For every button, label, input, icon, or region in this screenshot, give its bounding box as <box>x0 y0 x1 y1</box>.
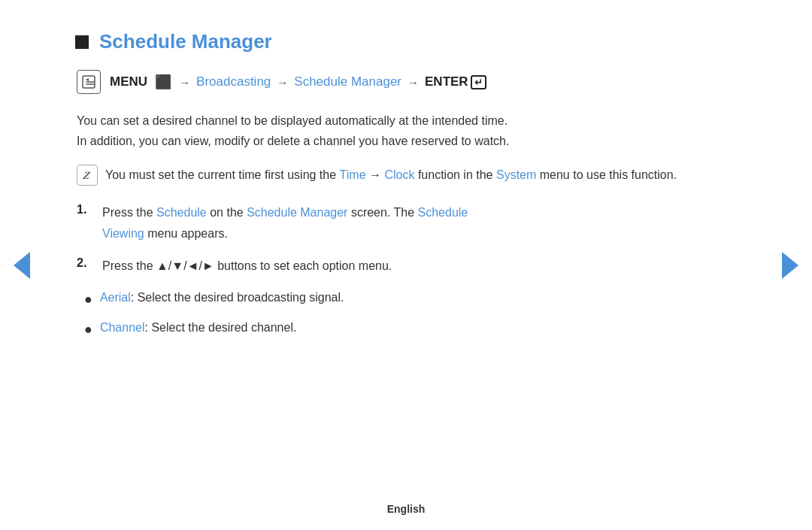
broadcasting-link: Broadcasting <box>196 74 271 89</box>
schedule-manager-step-link: Schedule Manager <box>247 206 347 219</box>
step-2-number: 2. <box>77 256 95 270</box>
steps-section: 1. Press the Schedule on the Schedule Ma… <box>75 202 737 340</box>
time-link: Time <box>340 168 366 181</box>
schedule-manager-link: Schedule Manager <box>294 74 401 89</box>
list-item: ● Aerial: Select the desired broadcastin… <box>84 288 737 310</box>
step-2-text: Press the ▲/▼/◄/► buttons to set each op… <box>102 256 392 276</box>
language-label: English <box>387 503 426 515</box>
system-link: System <box>496 168 536 181</box>
note-text: You must set the current time first usin… <box>105 165 677 185</box>
note-row: 𝒁 You must set the current time first us… <box>75 165 737 186</box>
page-content: Schedule Manager MENU ⬛ → Broadcasting →… <box>0 0 812 378</box>
list-item: ● Channel: Select the desired channel. <box>84 318 737 341</box>
arrow2: → <box>277 76 288 89</box>
description-text: You can set a desired channel to be disp… <box>75 111 737 151</box>
next-page-arrow[interactable] <box>782 252 798 279</box>
channel-link: Channel <box>100 321 145 334</box>
step-1: 1. Press the Schedule on the Schedule Ma… <box>77 202 737 243</box>
bullet-2-text: Channel: Select the desired channel. <box>100 318 297 338</box>
note-icon: 𝒁 <box>77 165 98 186</box>
arrow3: → <box>408 76 419 89</box>
clock-link: Clock <box>384 168 414 181</box>
enter-icon: ↵ <box>471 75 486 89</box>
previous-page-arrow[interactable] <box>14 252 30 279</box>
title-row: Schedule Manager <box>75 30 737 53</box>
arrow1: → <box>179 76 190 89</box>
menu-path: MENU ⬛ → Broadcasting → Schedule Manager… <box>75 70 737 94</box>
menu-icon <box>77 70 101 94</box>
schedule-link: Schedule <box>156 206 207 219</box>
square-icon <box>75 35 89 49</box>
step-1-number: 1. <box>77 202 95 217</box>
bullet-dot-1: ● <box>84 289 92 310</box>
page-title: Schedule Manager <box>99 30 272 53</box>
step-2: 2. Press the ▲/▼/◄/► buttons to set each… <box>77 256 737 276</box>
enter-label: ENTER↵ <box>425 74 486 89</box>
bullet-list: ● Aerial: Select the desired broadcastin… <box>77 288 737 341</box>
bullet-1-text: Aerial: Select the desired broadcasting … <box>100 288 344 307</box>
aerial-link: Aerial <box>100 291 131 304</box>
bullet-dot-2: ● <box>84 319 92 341</box>
menu-label: MENU <box>110 74 147 89</box>
footer: English <box>0 503 812 515</box>
svg-text:𝒁: 𝒁 <box>82 169 91 181</box>
step-1-text: Press the Schedule on the Schedule Manag… <box>102 202 468 243</box>
